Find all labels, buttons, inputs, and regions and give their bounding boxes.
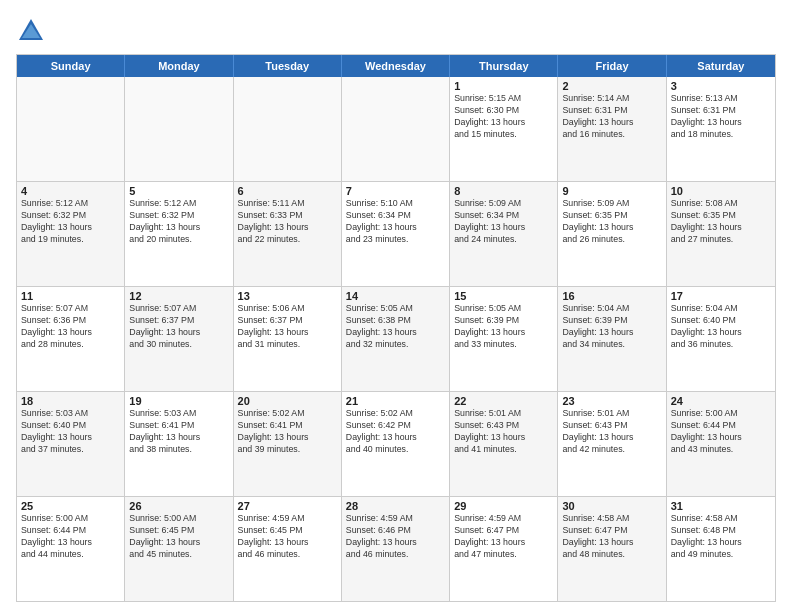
calendar-cell-empty-0-1 [125, 77, 233, 181]
calendar-cell-empty-0-2 [234, 77, 342, 181]
cell-content: Sunrise: 4:58 AMSunset: 6:47 PMDaylight:… [562, 513, 661, 561]
day-number: 22 [454, 395, 553, 407]
weekday-header-monday: Monday [125, 55, 233, 77]
cell-content: Sunrise: 5:01 AMSunset: 6:43 PMDaylight:… [454, 408, 553, 456]
cell-content: Sunrise: 4:59 AMSunset: 6:47 PMDaylight:… [454, 513, 553, 561]
day-number: 1 [454, 80, 553, 92]
calendar-cell-day-28: 28Sunrise: 4:59 AMSunset: 6:46 PMDayligh… [342, 497, 450, 601]
cell-content: Sunrise: 5:03 AMSunset: 6:40 PMDaylight:… [21, 408, 120, 456]
cell-content: Sunrise: 5:04 AMSunset: 6:40 PMDaylight:… [671, 303, 771, 351]
day-number: 20 [238, 395, 337, 407]
day-number: 9 [562, 185, 661, 197]
weekday-header-thursday: Thursday [450, 55, 558, 77]
calendar-cell-day-21: 21Sunrise: 5:02 AMSunset: 6:42 PMDayligh… [342, 392, 450, 496]
cell-content: Sunrise: 5:12 AMSunset: 6:32 PMDaylight:… [129, 198, 228, 246]
calendar-row-1: 1Sunrise: 5:15 AMSunset: 6:30 PMDaylight… [17, 77, 775, 181]
cell-content: Sunrise: 5:05 AMSunset: 6:38 PMDaylight:… [346, 303, 445, 351]
calendar-cell-day-20: 20Sunrise: 5:02 AMSunset: 6:41 PMDayligh… [234, 392, 342, 496]
calendar-row-3: 11Sunrise: 5:07 AMSunset: 6:36 PMDayligh… [17, 286, 775, 391]
weekday-header-tuesday: Tuesday [234, 55, 342, 77]
calendar-cell-day-2: 2Sunrise: 5:14 AMSunset: 6:31 PMDaylight… [558, 77, 666, 181]
day-number: 10 [671, 185, 771, 197]
calendar-row-2: 4Sunrise: 5:12 AMSunset: 6:32 PMDaylight… [17, 181, 775, 286]
cell-content: Sunrise: 5:15 AMSunset: 6:30 PMDaylight:… [454, 93, 553, 141]
cell-content: Sunrise: 5:05 AMSunset: 6:39 PMDaylight:… [454, 303, 553, 351]
cell-content: Sunrise: 5:02 AMSunset: 6:42 PMDaylight:… [346, 408, 445, 456]
day-number: 24 [671, 395, 771, 407]
weekday-header-sunday: Sunday [17, 55, 125, 77]
cell-content: Sunrise: 5:07 AMSunset: 6:36 PMDaylight:… [21, 303, 120, 351]
calendar-cell-day-14: 14Sunrise: 5:05 AMSunset: 6:38 PMDayligh… [342, 287, 450, 391]
cell-content: Sunrise: 5:07 AMSunset: 6:37 PMDaylight:… [129, 303, 228, 351]
calendar-cell-day-6: 6Sunrise: 5:11 AMSunset: 6:33 PMDaylight… [234, 182, 342, 286]
day-number: 15 [454, 290, 553, 302]
calendar-cell-day-25: 25Sunrise: 5:00 AMSunset: 6:44 PMDayligh… [17, 497, 125, 601]
page: SundayMondayTuesdayWednesdayThursdayFrid… [0, 0, 792, 612]
day-number: 28 [346, 500, 445, 512]
day-number: 31 [671, 500, 771, 512]
weekday-header-saturday: Saturday [667, 55, 775, 77]
day-number: 8 [454, 185, 553, 197]
day-number: 6 [238, 185, 337, 197]
calendar-cell-day-9: 9Sunrise: 5:09 AMSunset: 6:35 PMDaylight… [558, 182, 666, 286]
cell-content: Sunrise: 5:08 AMSunset: 6:35 PMDaylight:… [671, 198, 771, 246]
day-number: 4 [21, 185, 120, 197]
day-number: 29 [454, 500, 553, 512]
day-number: 21 [346, 395, 445, 407]
logo-icon [16, 16, 46, 46]
calendar-cell-day-15: 15Sunrise: 5:05 AMSunset: 6:39 PMDayligh… [450, 287, 558, 391]
calendar-cell-empty-0-3 [342, 77, 450, 181]
cell-content: Sunrise: 5:00 AMSunset: 6:45 PMDaylight:… [129, 513, 228, 561]
day-number: 16 [562, 290, 661, 302]
calendar-cell-empty-0-0 [17, 77, 125, 181]
calendar-cell-day-5: 5Sunrise: 5:12 AMSunset: 6:32 PMDaylight… [125, 182, 233, 286]
cell-content: Sunrise: 5:02 AMSunset: 6:41 PMDaylight:… [238, 408, 337, 456]
day-number: 26 [129, 500, 228, 512]
cell-content: Sunrise: 4:58 AMSunset: 6:48 PMDaylight:… [671, 513, 771, 561]
calendar-cell-day-29: 29Sunrise: 4:59 AMSunset: 6:47 PMDayligh… [450, 497, 558, 601]
day-number: 25 [21, 500, 120, 512]
calendar-cell-day-7: 7Sunrise: 5:10 AMSunset: 6:34 PMDaylight… [342, 182, 450, 286]
cell-content: Sunrise: 4:59 AMSunset: 6:45 PMDaylight:… [238, 513, 337, 561]
day-number: 3 [671, 80, 771, 92]
cell-content: Sunrise: 5:10 AMSunset: 6:34 PMDaylight:… [346, 198, 445, 246]
calendar-cell-day-18: 18Sunrise: 5:03 AMSunset: 6:40 PMDayligh… [17, 392, 125, 496]
calendar-cell-day-4: 4Sunrise: 5:12 AMSunset: 6:32 PMDaylight… [17, 182, 125, 286]
header [16, 16, 776, 46]
calendar-cell-day-31: 31Sunrise: 4:58 AMSunset: 6:48 PMDayligh… [667, 497, 775, 601]
calendar-cell-day-12: 12Sunrise: 5:07 AMSunset: 6:37 PMDayligh… [125, 287, 233, 391]
weekday-header-friday: Friday [558, 55, 666, 77]
calendar-cell-day-17: 17Sunrise: 5:04 AMSunset: 6:40 PMDayligh… [667, 287, 775, 391]
calendar-row-5: 25Sunrise: 5:00 AMSunset: 6:44 PMDayligh… [17, 496, 775, 601]
cell-content: Sunrise: 5:11 AMSunset: 6:33 PMDaylight:… [238, 198, 337, 246]
day-number: 17 [671, 290, 771, 302]
calendar: SundayMondayTuesdayWednesdayThursdayFrid… [16, 54, 776, 602]
cell-content: Sunrise: 5:00 AMSunset: 6:44 PMDaylight:… [671, 408, 771, 456]
calendar-body: 1Sunrise: 5:15 AMSunset: 6:30 PMDaylight… [17, 77, 775, 601]
calendar-cell-day-11: 11Sunrise: 5:07 AMSunset: 6:36 PMDayligh… [17, 287, 125, 391]
calendar-cell-day-27: 27Sunrise: 4:59 AMSunset: 6:45 PMDayligh… [234, 497, 342, 601]
weekday-header-wednesday: Wednesday [342, 55, 450, 77]
cell-content: Sunrise: 5:06 AMSunset: 6:37 PMDaylight:… [238, 303, 337, 351]
cell-content: Sunrise: 5:01 AMSunset: 6:43 PMDaylight:… [562, 408, 661, 456]
calendar-header: SundayMondayTuesdayWednesdayThursdayFrid… [17, 55, 775, 77]
day-number: 7 [346, 185, 445, 197]
day-number: 30 [562, 500, 661, 512]
cell-content: Sunrise: 4:59 AMSunset: 6:46 PMDaylight:… [346, 513, 445, 561]
calendar-cell-day-22: 22Sunrise: 5:01 AMSunset: 6:43 PMDayligh… [450, 392, 558, 496]
day-number: 2 [562, 80, 661, 92]
calendar-row-4: 18Sunrise: 5:03 AMSunset: 6:40 PMDayligh… [17, 391, 775, 496]
cell-content: Sunrise: 5:13 AMSunset: 6:31 PMDaylight:… [671, 93, 771, 141]
cell-content: Sunrise: 5:09 AMSunset: 6:35 PMDaylight:… [562, 198, 661, 246]
calendar-cell-day-26: 26Sunrise: 5:00 AMSunset: 6:45 PMDayligh… [125, 497, 233, 601]
calendar-cell-day-3: 3Sunrise: 5:13 AMSunset: 6:31 PMDaylight… [667, 77, 775, 181]
calendar-cell-day-19: 19Sunrise: 5:03 AMSunset: 6:41 PMDayligh… [125, 392, 233, 496]
day-number: 18 [21, 395, 120, 407]
day-number: 27 [238, 500, 337, 512]
cell-content: Sunrise: 5:14 AMSunset: 6:31 PMDaylight:… [562, 93, 661, 141]
day-number: 13 [238, 290, 337, 302]
cell-content: Sunrise: 5:12 AMSunset: 6:32 PMDaylight:… [21, 198, 120, 246]
calendar-cell-day-8: 8Sunrise: 5:09 AMSunset: 6:34 PMDaylight… [450, 182, 558, 286]
calendar-cell-day-13: 13Sunrise: 5:06 AMSunset: 6:37 PMDayligh… [234, 287, 342, 391]
cell-content: Sunrise: 5:09 AMSunset: 6:34 PMDaylight:… [454, 198, 553, 246]
